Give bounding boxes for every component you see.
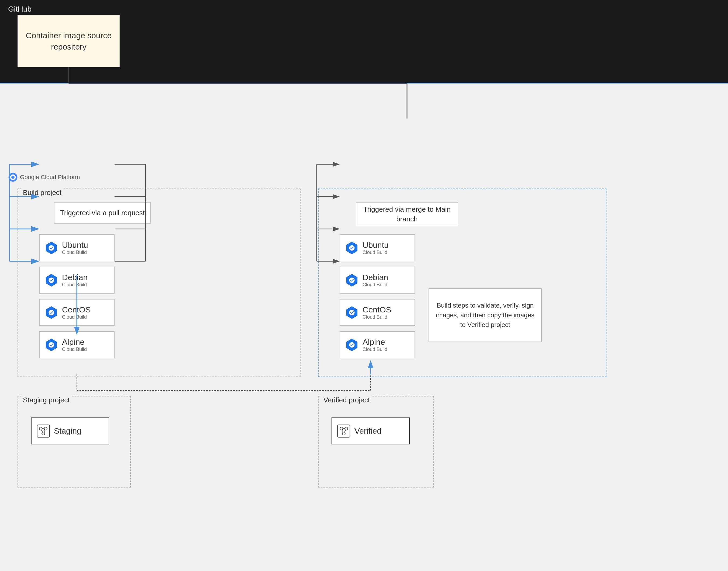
svg-point-8 [49, 310, 54, 315]
staging-project-label: Staging project [21, 396, 72, 404]
svg-point-22 [42, 432, 45, 435]
cloud-build-icon-centos-left [44, 305, 59, 320]
svg-point-12 [349, 245, 354, 250]
cb-debian-right-label: Debian [363, 273, 388, 282]
cb-debian-right: Debian Cloud Build [340, 267, 415, 294]
cloud-build-icon-centos-right [345, 305, 359, 320]
svg-rect-26 [338, 425, 350, 437]
build-project-label: Build project [21, 189, 64, 197]
svg-point-14 [349, 277, 354, 283]
cb-centos-left: CentOS Cloud Build [39, 299, 114, 326]
svg-rect-19 [37, 425, 50, 437]
cb-ubuntu-left-label: Ubuntu [62, 240, 88, 250]
cb-alpine-left-label: Alpine [62, 337, 87, 347]
cb-alpine-left: Alpine Cloud Build [39, 331, 114, 358]
cloud-build-icon-debian-left [44, 273, 59, 288]
cb-ubuntu-right: Ubuntu Cloud Build [340, 234, 415, 261]
cb-centos-right-label: CentOS [363, 305, 391, 314]
cb-alpine-left-sub: Cloud Build [62, 347, 87, 352]
github-section: GitHub Container image source repository [0, 0, 728, 84]
cb-ubuntu-right-sub: Cloud Build [363, 250, 389, 255]
cb-centos-right: CentOS Cloud Build [340, 299, 415, 326]
cb-debian-left-label: Debian [62, 273, 88, 282]
cloud-build-icon-alpine-left [44, 337, 59, 352]
svg-line-32 [344, 430, 346, 432]
cb-alpine-right-sub: Cloud Build [363, 347, 387, 352]
github-label: GitHub [8, 5, 31, 13]
cb-ubuntu-left: Ubuntu Cloud Build [39, 234, 114, 261]
cb-debian-left-sub: Cloud Build [62, 282, 88, 288]
trigger-pr-text: Triggered via a pull request [60, 209, 145, 217]
svg-point-10 [49, 342, 54, 347]
svg-point-21 [44, 427, 47, 430]
svg-point-27 [340, 427, 343, 430]
trigger-merge-text: Triggered via merge to Main branch [356, 204, 458, 224]
note-box: Build steps to validate, verify, sign im… [429, 288, 542, 342]
gcp-logo-icon [8, 173, 18, 182]
cb-centos-left-label: CentOS [62, 305, 91, 314]
svg-point-29 [342, 432, 345, 435]
cb-debian-right-sub: Cloud Build [363, 282, 388, 288]
svg-point-20 [39, 427, 42, 430]
cloud-build-icon-debian-right [345, 273, 359, 288]
note-text: Build steps to validate, verify, sign im… [433, 301, 537, 330]
trigger-pr-box: Triggered via a pull request [54, 202, 151, 224]
staging-box-label: Staging [54, 426, 81, 436]
svg-line-24 [41, 430, 43, 432]
verified-artifact-box: Verified [332, 418, 410, 444]
cb-centos-right-sub: Cloud Build [363, 314, 391, 320]
svg-point-4 [49, 245, 54, 250]
cloud-build-icon-alpine-right [345, 337, 359, 352]
cb-debian-left: Debian Cloud Build [39, 267, 114, 294]
github-repo-box: Container image source repository [17, 15, 120, 67]
artifact-registry-icon-verified [336, 424, 351, 439]
svg-point-6 [49, 277, 54, 283]
svg-point-2 [11, 176, 15, 179]
cb-ubuntu-left-sub: Cloud Build [62, 250, 88, 255]
artifact-registry-icon-staging [36, 424, 51, 439]
verified-box-label: Verified [354, 426, 381, 436]
cb-ubuntu-right-label: Ubuntu [363, 240, 389, 250]
gcp-label: Google Cloud Platform [20, 174, 80, 181]
gcp-section: Google Cloud Platform Build project Trig… [0, 84, 728, 571]
verified-project-label: Verified project [321, 396, 372, 404]
cb-centos-left-sub: Cloud Build [62, 314, 91, 320]
gcp-logo: Google Cloud Platform [8, 173, 80, 182]
cloud-build-icon-ubuntu-right [345, 240, 359, 255]
svg-point-28 [345, 427, 348, 430]
staging-artifact-box: Staging [31, 418, 109, 444]
cloud-build-icon-ubuntu-left [44, 240, 59, 255]
svg-point-16 [349, 310, 354, 315]
svg-line-25 [44, 430, 45, 432]
trigger-merge-box: Triggered via merge to Main branch [356, 202, 458, 226]
github-repo-text: Container image source repository [18, 27, 119, 55]
svg-point-18 [349, 342, 354, 347]
cb-alpine-right: Alpine Cloud Build [340, 331, 415, 358]
cb-alpine-right-label: Alpine [363, 337, 387, 347]
svg-line-31 [342, 430, 343, 432]
